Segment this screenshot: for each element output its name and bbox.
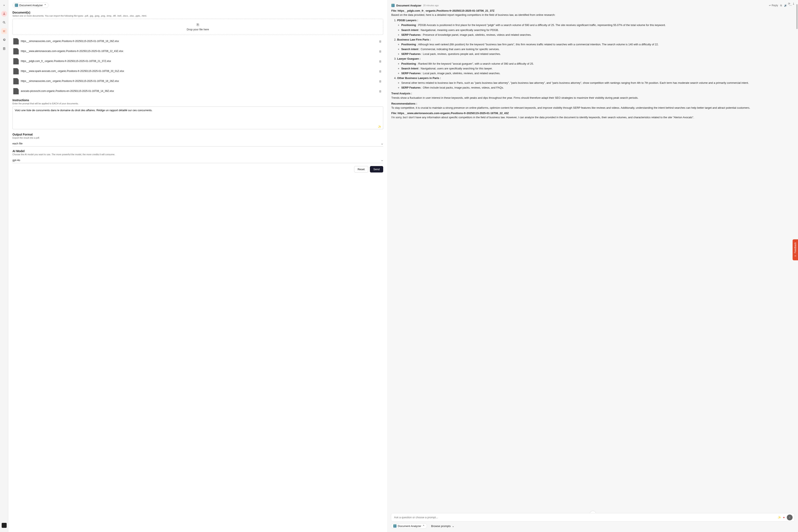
wand-icon[interactable]: ✨ (378, 125, 381, 128)
msg-time: 20 minutes ago (423, 4, 439, 7)
app-title: Document Analyzer (19, 4, 43, 7)
file-icon (13, 88, 19, 94)
app-title-chip[interactable]: Document Analyzer ⌃ (13, 2, 49, 8)
competitor-list: PDGB Lawyers :Positioning : PDGB Avocats… (391, 18, 792, 90)
send-up-button[interactable]: ↑ (787, 515, 793, 520)
bullet: SERP Features : Local pack, image pack, … (401, 71, 792, 75)
scrollbar[interactable] (796, 4, 798, 29)
search-icon[interactable] (1, 20, 7, 25)
bullet: Search intent : Commercial, indicating t… (401, 47, 792, 51)
list-item: Other Business Lawyers in Paris :Several… (397, 76, 792, 90)
chevron-up-icon: ⌃ (44, 4, 46, 7)
feedback-tab[interactable]: ☺ Feedback (793, 240, 798, 260)
file-row: https__simonassocies.com_-organic.Positi… (13, 77, 383, 86)
expand-icon[interactable]: » (1, 2, 7, 8)
svg-line-2 (4, 23, 5, 23)
file-header-2: File: https__www.alerionavocats.com-orga… (391, 111, 792, 115)
browse-prompts-button[interactable]: Browse prompts ⌄ (429, 523, 456, 529)
trash-icon[interactable]: 🗑 (378, 59, 382, 64)
instructions-input[interactable] (13, 107, 383, 129)
rec-header: Recommendations : (391, 102, 792, 106)
trash-icon[interactable]: 🗑 (378, 89, 382, 94)
file-row: avocats-picovschi.com-organic.Positions-… (13, 87, 383, 96)
app-icon (15, 3, 18, 7)
output-format-sub: Export the result into a pdf. (13, 136, 383, 139)
trash-icon[interactable]: 🗑 (378, 79, 382, 84)
ai-model-select[interactable]: gpt-4o ⌄ (13, 157, 383, 163)
trend-header: Trend Analysis : (391, 92, 792, 96)
speaker-icon[interactable]: 🔊 (784, 4, 787, 7)
download-icon[interactable]: ⤓ (792, 2, 795, 5)
trend-body: Trends show a fluctuation in user intere… (391, 96, 792, 100)
output-format-value: each file (13, 142, 22, 145)
bars-icon[interactable] (1, 28, 7, 34)
file-icon (13, 68, 19, 74)
settings-icon[interactable] (1, 37, 7, 43)
file-icon (13, 38, 19, 44)
chevron-down-icon: ⌄ (381, 158, 383, 162)
app-icon (393, 524, 397, 528)
file-name: https__simonassocies.com_-organic.Positi… (21, 40, 376, 43)
bot-name: Document Analyzer (396, 4, 421, 7)
svg-point-1 (3, 21, 4, 23)
ai-model-title: AI Model (13, 149, 383, 153)
avatar[interactable] (1, 11, 7, 17)
trash-icon[interactable]: 🗑 (378, 49, 382, 54)
file-list: https__simonassocies.com_-organic.Positi… (13, 37, 383, 96)
file-row: https__pdgb.com_fr_-organic.Positions-fr… (13, 57, 383, 66)
file-name: https__simonassocies.com_-organic.Positi… (21, 80, 376, 83)
file-row: https__www.spark-avocats.com_-organic.Po… (13, 67, 383, 76)
message-body: File: https__pdgb.com_fr_-organic.Positi… (391, 9, 792, 119)
send-button[interactable]: Send (370, 166, 383, 172)
trash-icon[interactable]: 🗑 (378, 39, 382, 44)
rec-body: To stay competitive, it is crucial to ma… (391, 106, 792, 110)
mic-icon[interactable]: ● (783, 516, 785, 519)
bullet: SERP Features : Often include local pack… (401, 86, 792, 90)
documents-title: Document(s) (13, 11, 383, 14)
wand-icon[interactable]: ✨ (778, 516, 781, 519)
chat-scroll[interactable]: Document Analyzer 20 minutes ago ↩ Reply… (387, 0, 798, 511)
bullet: SERP Features : Local pack, reviews, que… (401, 52, 792, 56)
file-name: avocats-picovschi.com-organic.Positions-… (21, 90, 376, 93)
rail-bottom-square[interactable] (2, 523, 7, 528)
list-item: PDGB Lawyers :Positioning : PDGB Avocats… (397, 18, 792, 37)
output-format-select[interactable]: each file ⌄ (13, 141, 383, 147)
trash-icon[interactable]: 🗑 (378, 69, 382, 74)
bullet: Positioning : Ranked 8th for the keyword… (401, 62, 792, 66)
bullet: Search intent : Navigational, meaning us… (401, 28, 792, 32)
composer-doc-analyzer-chip[interactable]: Document Analyzer ⌃ (391, 523, 427, 529)
chevron-down-icon: ⌄ (381, 142, 383, 145)
file-name: https__www.spark-avocats.com_-organic.Po… (21, 70, 376, 73)
feedback-icon: ☺ (794, 254, 797, 258)
file-row: https__simonassocies.com_-organic.Positi… (13, 37, 383, 46)
ai-model-value: gpt-4o (13, 158, 20, 162)
chevron-up-icon: ⌃ (422, 525, 425, 528)
bullet: SERP Features : Presence of knowledge pa… (401, 33, 792, 37)
intro-text: Based on the data provided, here is a de… (391, 13, 792, 17)
compose-input[interactable] (391, 513, 795, 521)
bullet: Search Intent : Navigational, users are … (401, 66, 792, 71)
dropzone[interactable]: ⎘ Drop your file here (13, 19, 383, 35)
file2-body: I'm sorry, but I don't have any informat… (391, 115, 792, 119)
refresh-icon[interactable]: ⟳ (788, 2, 790, 5)
bullet: Several other terms related to business … (401, 81, 792, 85)
chat-pane: ⟳ ⤓ Document Analyzer 20 minutes ago ↩ R… (387, 0, 798, 532)
reset-button[interactable]: Reset (354, 166, 368, 172)
documents-sub: Select one or more documents. You can im… (13, 15, 383, 17)
file-name: https__pdgb.com_fr_-organic.Positions-fr… (21, 60, 376, 63)
file-icon (13, 58, 19, 64)
svg-point-0 (3, 13, 4, 14)
list-item: Lawyer Gueguen :Positioning : Ranked 8th… (397, 57, 792, 75)
bot-icon (391, 4, 395, 7)
instructions-title: Instructions (13, 98, 383, 102)
reply-button[interactable]: ↩ Reply (769, 4, 778, 7)
bullet: Positioning : PDGB Avocats is positioned… (401, 23, 792, 27)
config-pane: Document Analyzer ⌃ Document(s) Select o… (8, 0, 387, 532)
copy-icon[interactable]: ⧉ (780, 4, 782, 7)
file-icon (13, 48, 19, 54)
composer: ✨ ● ↑ Document Analyzer ⌃ Browse prompts… (387, 511, 798, 532)
clipboard-icon[interactable] (1, 46, 7, 52)
file-row: https__www.alerionavocats.com-organic.Po… (13, 47, 383, 56)
chevron-down-icon: ⌄ (452, 525, 454, 528)
file-icon (13, 78, 19, 84)
